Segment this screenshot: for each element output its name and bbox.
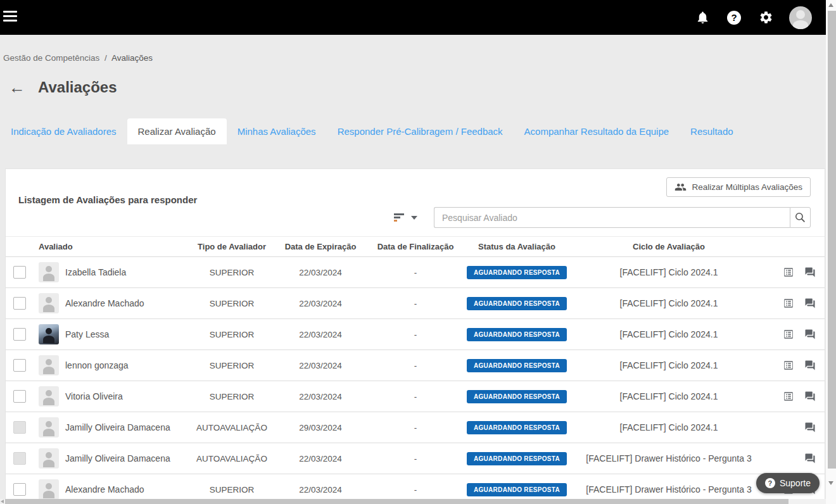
evaluator-type: SUPERIOR xyxy=(191,268,273,277)
expiration-date: 22/03/2024 xyxy=(273,454,368,463)
status-badge: AGUARDANDO RESPOSTA xyxy=(467,359,567,372)
evaluation-details-icon[interactable] xyxy=(783,298,794,309)
scroll-left-arrow[interactable] xyxy=(1,500,4,503)
row-checkbox[interactable] xyxy=(13,359,26,372)
evaluator-type: SUPERIOR xyxy=(191,299,273,308)
evaluation-details-icon[interactable] xyxy=(783,329,794,340)
status-badge: AGUARDANDO RESPOSTA xyxy=(467,483,567,496)
breadcrumb-current: Avaliações xyxy=(111,53,153,63)
status-badge: AGUARDANDO RESPOSTA xyxy=(467,452,567,465)
table-row: Jamilly Oliveira Damacena AUTOAVALIAÇÃO … xyxy=(6,412,825,443)
evaluation-cycle: [FACELIFT] Ciclo 2024.1 xyxy=(571,391,767,401)
comments-icon[interactable] xyxy=(804,422,816,433)
chevron-down-icon xyxy=(411,216,417,220)
evaluator-type: SUPERIOR xyxy=(191,361,273,370)
finalization-date: - xyxy=(368,485,463,495)
vertical-scrollbar xyxy=(826,0,836,504)
col-status: Status da Avaliação xyxy=(463,242,571,251)
col-ciclo: Ciclo de Avaliação xyxy=(571,242,767,251)
evaluator-type: AUTOAVALIAÇÃO xyxy=(191,423,273,432)
multiple-evaluations-button[interactable]: Realizar Múltiplas Avaliações xyxy=(666,177,811,197)
status-badge: AGUARDANDO RESPOSTA xyxy=(467,328,567,341)
comments-icon[interactable] xyxy=(804,298,816,309)
tab-0[interactable]: Indicação de Avaliadores xyxy=(0,118,127,144)
back-arrow-icon[interactable]: ← xyxy=(9,79,25,96)
search-input[interactable] xyxy=(434,207,790,228)
avatar xyxy=(39,293,59,313)
evaluation-cycle: [FACELIFT] Ciclo 2024.1 xyxy=(571,298,767,308)
tab-1[interactable]: Realizar Avaliação xyxy=(127,118,227,144)
breadcrumb: Gestão de Competências / Avaliações xyxy=(3,53,153,63)
comments-icon[interactable] xyxy=(804,360,816,371)
evaluation-details-icon[interactable] xyxy=(783,360,794,371)
evaluator-type: SUPERIOR xyxy=(191,392,273,401)
horizontal-scrollbar xyxy=(0,499,826,504)
finalization-date: - xyxy=(368,330,463,339)
evaluation-cycle: [FACELIFT] Ciclo 2024.1 xyxy=(571,267,767,277)
menu-icon[interactable] xyxy=(3,11,18,23)
evaluation-cycle: [FACELIFT] Ciclo 2024.1 xyxy=(571,360,767,370)
vertical-scrollbar-thumb[interactable] xyxy=(828,11,836,469)
settings-gear-icon[interactable] xyxy=(757,9,774,26)
col-avaliado: Avaliado xyxy=(39,242,191,251)
search-group xyxy=(434,207,811,228)
comments-icon[interactable] xyxy=(804,391,816,402)
apps-grid-icon[interactable] xyxy=(662,9,679,26)
search-icon xyxy=(794,211,806,224)
evaluatee-name: Jamilly Oliveira Damacena xyxy=(65,422,191,432)
row-checkbox[interactable] xyxy=(13,297,26,310)
list-heading: Listagem de Avaliações para responder xyxy=(18,194,197,205)
search-button[interactable] xyxy=(790,207,811,228)
tab-2[interactable]: Minhas Avaliações xyxy=(227,118,327,144)
row-checkbox[interactable] xyxy=(13,483,26,496)
notifications-bell-icon[interactable] xyxy=(694,9,711,26)
topbar: ? xyxy=(0,0,826,35)
row-checkbox[interactable] xyxy=(13,266,26,279)
finalization-date: - xyxy=(368,361,463,370)
table-row: Jamilly Oliveira Damacena AUTOAVALIAÇÃO … xyxy=(6,443,825,474)
comments-icon[interactable] xyxy=(804,329,816,340)
tab-4[interactable]: Acompanhar Resultado da Equipe xyxy=(514,118,680,144)
comments-icon[interactable] xyxy=(804,267,816,278)
table-row: Paty Lessa SUPERIOR 22/03/2024 - AGUARDA… xyxy=(6,319,825,350)
status-badge: AGUARDANDO RESPOSTA xyxy=(467,390,567,403)
horizontal-scrollbar-thumb[interactable] xyxy=(5,499,788,504)
scroll-up-arrow[interactable] xyxy=(828,3,833,7)
col-expiracao: Data de Expiração xyxy=(273,242,368,251)
row-checkbox[interactable] xyxy=(13,390,26,403)
user-avatar[interactable] xyxy=(789,6,812,29)
scroll-down-arrow[interactable] xyxy=(828,481,833,485)
evaluations-table: Izabella Tadiela SUPERIOR 22/03/2024 - A… xyxy=(6,257,825,504)
evaluation-details-icon[interactable] xyxy=(783,391,794,402)
finalization-date: - xyxy=(368,454,463,463)
people-icon xyxy=(674,181,687,193)
evaluation-details-icon[interactable] xyxy=(783,267,794,278)
support-button[interactable]: ? Suporte xyxy=(756,473,820,493)
table-header: Avaliado Tipo de Avaliador Data de Expir… xyxy=(6,236,825,257)
evaluatee-name: Paty Lessa xyxy=(65,329,191,339)
comments-icon[interactable] xyxy=(804,453,816,464)
evaluation-cycle: [FACELIFT] Drawer Histórico - Pergunta 3 xyxy=(571,484,767,495)
filter-icon xyxy=(394,213,405,222)
evaluatee-name: Alexandre Machado xyxy=(65,484,191,495)
avatar xyxy=(39,479,59,500)
evaluator-type: SUPERIOR xyxy=(191,330,273,339)
content-panel: Listagem de Avaliações para responder Re… xyxy=(5,168,825,504)
row-checkbox[interactable] xyxy=(13,328,26,341)
col-tipo: Tipo de Avaliador xyxy=(191,242,273,251)
expiration-date: 22/03/2024 xyxy=(273,392,368,401)
help-icon[interactable]: ? xyxy=(726,9,742,26)
tab-5[interactable]: Resultado xyxy=(680,118,744,144)
breadcrumb-separator: / xyxy=(104,53,107,63)
avatar xyxy=(39,417,59,438)
expiration-date: 22/03/2024 xyxy=(273,268,368,277)
breadcrumb-parent[interactable]: Gestão de Competências xyxy=(3,53,99,63)
evaluatee-name: Izabella Tadiela xyxy=(65,267,191,277)
tab-3[interactable]: Responder Pré-Calibragem / Feedback xyxy=(327,118,514,144)
evaluation-cycle: [FACELIFT] Drawer Histórico - Pergunta 3 xyxy=(571,453,767,463)
filter-control[interactable] xyxy=(394,213,417,222)
row-checkbox xyxy=(13,452,26,465)
question-mark-icon: ? xyxy=(765,478,775,488)
evaluatee-name: Vitoria Oliveira xyxy=(65,391,191,401)
search-row xyxy=(394,207,811,228)
